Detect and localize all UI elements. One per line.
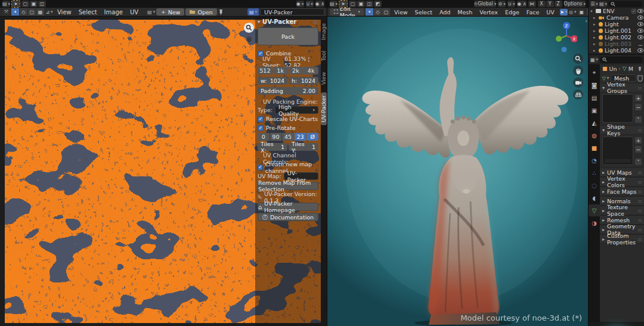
menu-image[interactable]: Image [101,8,126,17]
axis-lock-z-button[interactable]: Z [555,1,562,7]
rotation-0-button[interactable]: 0 [258,133,270,141]
vertex-groups-listbox[interactable] [602,94,633,123]
outliner-row-camera[interactable]: ▸ Camera [589,14,644,21]
display-mode-icon[interactable]: ▤ [599,1,607,7]
collection-checkbox[interactable] [631,9,636,14]
sidebar-collapse-arrow[interactable]: ‹ [585,18,587,24]
tab-render[interactable]: ◙ [589,79,600,91]
shape-key-specials-button[interactable]: ˅ [634,158,642,166]
eye-icon[interactable] [637,22,643,26]
size-512-button[interactable]: 512 [258,67,273,74]
editor-type-icon[interactable]: ▤ [330,1,338,7]
menu-select[interactable]: Select [76,8,100,17]
menu-view[interactable]: View [391,8,411,17]
tweak-icon[interactable]: ⤧ [2,9,10,15]
menu-uv[interactable]: UV [543,8,557,17]
tiles-x-field[interactable]: Tiles X: 1 [258,143,287,151]
tab-scene[interactable]: ◭ [589,117,600,129]
filter-icon[interactable]: ☰ [590,1,598,7]
outliner-row-light[interactable]: ▸ Light.004 [589,47,644,54]
uv-select-edge-button[interactable]: ◇ [20,8,27,15]
viewport-camera-gizmo[interactable] [573,77,583,88]
mode-dropdown[interactable]: ⛶ Edit Mode [330,8,364,15]
face-mode-button[interactable]: ▢ [382,8,390,15]
axis-lock-y-button[interactable]: Y [546,1,554,7]
snap-magnet-icon[interactable]: ∪ [306,1,314,7]
proportional-editing-icon[interactable]: ◉ [296,1,304,7]
eye-icon[interactable] [637,29,643,33]
panel-custom-properties[interactable]: Custom Properties [600,234,644,244]
panel-vertex-colors[interactable]: Vertex Colors [600,177,644,187]
pack-button[interactable]: Pack [258,27,318,45]
options-button[interactable]: Options [564,1,586,7]
menu-vertex[interactable]: Vertex [476,8,501,17]
rotation-23-button[interactable]: 23 [295,133,306,141]
menu-view[interactable]: View [54,8,75,17]
menu-add[interactable]: Add [436,8,453,17]
tab-material[interactable]: ◑ [589,217,600,229]
uvpacker-panel-header[interactable]: UV-Packer [258,18,318,26]
tab-image[interactable]: Image [321,20,327,43]
height-field[interactable]: h: 1024 [289,77,318,85]
uv-select-vertex-button[interactable]: • [11,8,19,15]
rotation-free-button[interactable]: Ø [306,133,318,141]
menu-select[interactable]: Select [412,8,435,17]
box-select-new-icon[interactable]: ▣ [30,1,38,7]
menu-mesh[interactable]: Mesh [454,8,475,17]
rotation-90-button[interactable]: 90 [270,133,282,141]
prerotate-checkbox-row[interactable]: Pre-Rotate [258,124,318,132]
gizmo-z-label[interactable]: Z [565,24,568,29]
remove-map-button[interactable]: Remove Map From Selection [258,182,318,190]
size-1k-button[interactable]: 1k [273,67,288,74]
type-dropdown[interactable]: High Quality [275,106,318,114]
prerotate-checkbox[interactable] [258,125,264,131]
tab-tool[interactable]: ⌖ [589,67,600,79]
tab-modifiers[interactable]: ◔ [589,154,600,166]
pin-icon[interactable] [218,9,224,15]
overlays-icon[interactable]: ▣ [578,9,586,15]
outliner-search[interactable] [608,1,643,7]
uv-select-face-button[interactable]: ▢ [28,8,36,15]
outliner-row-light[interactable]: ▸ Light.001 [589,27,644,34]
rotation-45-button[interactable]: 45 [282,133,294,141]
eye-icon[interactable] [637,9,643,13]
create-channel-checkbox[interactable] [258,164,263,170]
axis-lock-x-button[interactable]: X [538,1,546,7]
orientation-dropdown[interactable]: ⟐ Global [474,1,496,7]
width-field[interactable]: w: 1024 [258,77,287,85]
eye-closed-icon[interactable] [637,42,643,46]
remove-vertex-group-button[interactable]: − [634,103,642,111]
eye-icon[interactable] [637,48,643,52]
tab-view[interactable]: View [321,69,327,88]
viewport-zoom-gizmo[interactable] [573,54,583,64]
panel-shape-keys[interactable]: Shape Keys [600,125,644,135]
tab-tool[interactable]: Tool [321,48,327,64]
tab-object-data[interactable]: ▽ [589,204,600,216]
eye-icon[interactable] [637,35,643,39]
new-image-button[interactable]: ＋ New [156,8,184,15]
panel-face-maps[interactable]: Face Maps [600,187,644,196]
outliner-row-light-hidden[interactable]: ▸ Light.003 [589,41,644,47]
vertex-group-specials-button[interactable]: ˅ [634,116,642,123]
tiles-y-field[interactable]: Tiles Y: 1 [289,143,318,151]
falloff-icon[interactable]: ◉ ∧ [315,1,324,7]
sticky-select-icon[interactable]: ⊿ [45,9,53,15]
rescale-checkbox-row[interactable]: Rescale UV-Charts [258,115,318,123]
image-datablock-icon[interactable]: ▤ [247,8,259,15]
outliner-row-collection[interactable]: ▾ ENV [589,8,644,14]
add-vertex-group-button[interactable]: + [634,94,642,102]
editor-type-icon[interactable]: ▤ [2,1,10,7]
fake-user-shield-icon[interactable] [637,75,643,82]
image-datablock-name[interactable]: UV-Packer [260,8,324,15]
documentation-button[interactable]: ? Documentation [258,213,318,221]
box-select-new-icon[interactable]: ▣ [357,1,365,7]
gizmo-x-label[interactable]: X [573,37,576,42]
shape-keys-listbox[interactable] [602,136,633,165]
viewport-pan-gizmo[interactable] [573,66,583,76]
tab-uvpacker[interactable]: UV-Packer [321,92,327,125]
proportional-editing-icon[interactable]: ⊘ [498,1,506,7]
outliner-row-light[interactable]: ▸ Light [589,21,644,27]
tab-particles[interactable]: ∴ [589,167,600,179]
falloff-icon[interactable]: ◉ ∧ [517,1,526,7]
panel-texture-space[interactable]: Texture Space [600,206,644,215]
